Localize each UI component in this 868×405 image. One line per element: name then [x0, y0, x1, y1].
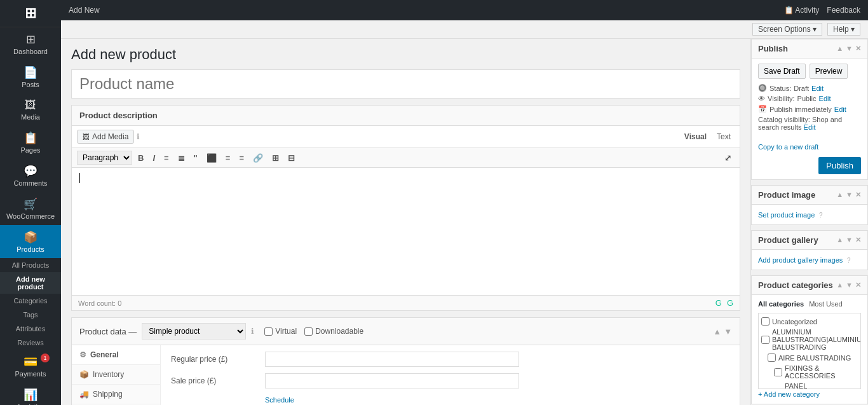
add-media-button[interactable]: 🖼 Add Media: [77, 130, 134, 144]
product-image-expand-icon[interactable]: ▼: [846, 191, 853, 199]
grammarly-icon2: G: [727, 298, 733, 308]
most-used-tab[interactable]: Most Used: [809, 300, 843, 308]
info-icon[interactable]: ℹ: [137, 132, 140, 141]
category-fixings-checkbox[interactable]: [774, 368, 782, 376]
visibility-edit-link[interactable]: Edit: [819, 95, 831, 102]
product-gallery-close-icon[interactable]: ✕: [855, 236, 861, 244]
sidebar-item-comments[interactable]: 💬 Comments: [0, 159, 61, 192]
shipping-tab[interactable]: 🚚 Shipping: [72, 385, 160, 404]
add-media-icon: 🖼: [83, 133, 90, 141]
add-new-category-link[interactable]: + Add new category: [758, 390, 820, 398]
publish-expand-icon[interactable]: ▼: [846, 45, 853, 53]
format-select[interactable]: Paragraph: [77, 151, 132, 165]
admin-bar: Add New 📋 Activity Feedback: [61, 0, 868, 20]
gallery-help-icon[interactable]: ?: [847, 257, 851, 264]
all-categories-tab[interactable]: All categories: [758, 300, 804, 308]
blockquote-button[interactable]: ": [191, 152, 201, 164]
sidebar-item-pages[interactable]: 📋 Pages: [0, 126, 61, 159]
categories-expand-icon[interactable]: ▼: [846, 281, 853, 289]
payments-badge: 1: [41, 354, 50, 362]
product-gallery-collapse-icon[interactable]: ▲: [836, 236, 843, 244]
help-button[interactable]: Help ▾: [827, 23, 860, 36]
product-gallery-expand-icon[interactable]: ▼: [846, 236, 853, 244]
dashboard-icon: ⊞: [26, 32, 36, 46]
add-gallery-images-link[interactable]: Add product gallery images: [758, 256, 843, 264]
visual-tab[interactable]: Visual: [681, 130, 710, 143]
publish-date-row: 📅 Publish immediately Edit: [758, 105, 861, 113]
sidebar-logo: ⊞: [0, 0, 61, 27]
product-data-info[interactable]: ℹ: [251, 327, 254, 336]
product-categories-panel-header: Product categories ▲ ▼ ✕: [752, 276, 867, 295]
sidebar-item-attributes[interactable]: Attributes: [0, 322, 61, 336]
regular-price-label: Regular price (£): [171, 355, 260, 364]
product-image-close-icon[interactable]: ✕: [855, 191, 861, 199]
virtual-checkbox[interactable]: [264, 327, 273, 336]
sidebar-item-all-products[interactable]: All Products: [0, 258, 61, 272]
product-data-sidebar: ⚙ General 📦 Inventory 🚚 Shipping 🔗: [72, 345, 161, 405]
collapse-down-icon[interactable]: ▼: [724, 327, 732, 336]
downloadable-checkbox-label[interactable]: Downloadable: [304, 327, 363, 336]
editor-area[interactable]: [72, 168, 740, 295]
collapse-up-icon[interactable]: ▲: [713, 327, 721, 336]
sidebar-item-dashboard[interactable]: ⊞ Dashboard: [0, 27, 61, 60]
sidebar-item-reviews[interactable]: Reviews: [0, 336, 61, 350]
product-name-input[interactable]: [71, 69, 740, 99]
publish-date-edit-link[interactable]: Edit: [834, 106, 846, 113]
align-center-button[interactable]: ≡: [222, 152, 234, 164]
status-edit-link[interactable]: Edit: [811, 85, 824, 92]
downloadable-checkbox[interactable]: [304, 327, 313, 336]
sidebar-item-analytics[interactable]: 📊 Analytics: [0, 383, 61, 405]
regular-price-input[interactable]: [265, 352, 519, 367]
publish-close-icon[interactable]: ✕: [855, 45, 861, 53]
sidebar-item-label: Posts: [22, 81, 39, 88]
text-tab[interactable]: Text: [713, 130, 735, 143]
catalog-visibility-edit-link[interactable]: Edit: [804, 123, 816, 131]
publish-button[interactable]: Publish: [818, 157, 861, 174]
category-uncategorized-checkbox[interactable]: [761, 317, 770, 326]
product-image-collapse-icon[interactable]: ▲: [836, 191, 843, 199]
sidebar-item-categories[interactable]: Categories: [0, 294, 61, 308]
sale-price-input[interactable]: [265, 373, 519, 388]
sidebar-item-tags[interactable]: Tags: [0, 308, 61, 322]
fullscreen-button[interactable]: ⤢: [721, 152, 735, 164]
save-draft-button[interactable]: Save Draft: [758, 64, 806, 79]
categories-close-icon[interactable]: ✕: [855, 281, 861, 289]
sidebar-item-payments[interactable]: 💳 Payments 1: [0, 350, 61, 383]
sidebar-item-products[interactable]: 📦 Products: [0, 225, 61, 258]
sidebar-item-media[interactable]: 🖼 Media: [0, 93, 61, 126]
ordered-list-button[interactable]: ≣: [175, 152, 188, 164]
sidebar-item-label: Products: [17, 245, 44, 253]
italic-button[interactable]: I: [149, 152, 158, 164]
category-aluminium-checkbox[interactable]: [761, 336, 770, 344]
link-button[interactable]: 🔗: [250, 152, 266, 164]
inventory-tab[interactable]: 📦 Inventory: [72, 365, 160, 385]
category-aire-checkbox[interactable]: [768, 354, 776, 362]
categories-collapse-icon[interactable]: ▲: [836, 281, 843, 289]
sidebar-item-woocommerce[interactable]: 🛒 WooCommerce: [0, 192, 61, 225]
publish-collapse-icon[interactable]: ▲: [836, 45, 843, 53]
virtual-checkbox-label[interactable]: Virtual: [264, 327, 297, 336]
bold-button[interactable]: B: [135, 152, 147, 164]
sidebar-item-posts[interactable]: 📄 Posts: [0, 60, 61, 93]
general-tab[interactable]: ⚙ General: [72, 345, 160, 365]
sidebar-item-label: Categories: [13, 297, 47, 305]
product-image-help-icon[interactable]: ?: [819, 212, 823, 219]
align-right-button[interactable]: ≡: [236, 152, 247, 164]
unordered-list-button[interactable]: ≡: [161, 152, 172, 164]
copy-draft-link[interactable]: Copy to a new draft: [758, 143, 861, 151]
insert-button[interactable]: ⊞: [269, 152, 282, 164]
set-product-image-link[interactable]: Set product image: [758, 211, 815, 219]
schedule-link[interactable]: Schedule: [265, 396, 294, 404]
product-type-select[interactable]: Simple product Grouped product External/…: [142, 323, 246, 340]
right-sidebar: Publish ▲ ▼ ✕ Save Draft Preview 🔘 Statu…: [750, 39, 868, 405]
category-uncategorized: Uncategorized: [761, 316, 858, 327]
sidebar-item-label: Media: [21, 113, 40, 121]
screen-options-button[interactable]: Screen Options ▾: [752, 23, 822, 36]
sidebar-item-add-new[interactable]: Add new product: [0, 272, 61, 294]
publish-panel-header: Publish ▲ ▼ ✕: [752, 39, 867, 58]
preview-button[interactable]: Preview: [810, 64, 848, 79]
product-image-panel-header: Product image ▲ ▼ ✕: [752, 186, 867, 205]
align-left-button[interactable]: ⬛: [203, 152, 220, 164]
regular-price-row: Regular price (£): [171, 352, 729, 367]
table-button[interactable]: ⊟: [285, 152, 298, 164]
